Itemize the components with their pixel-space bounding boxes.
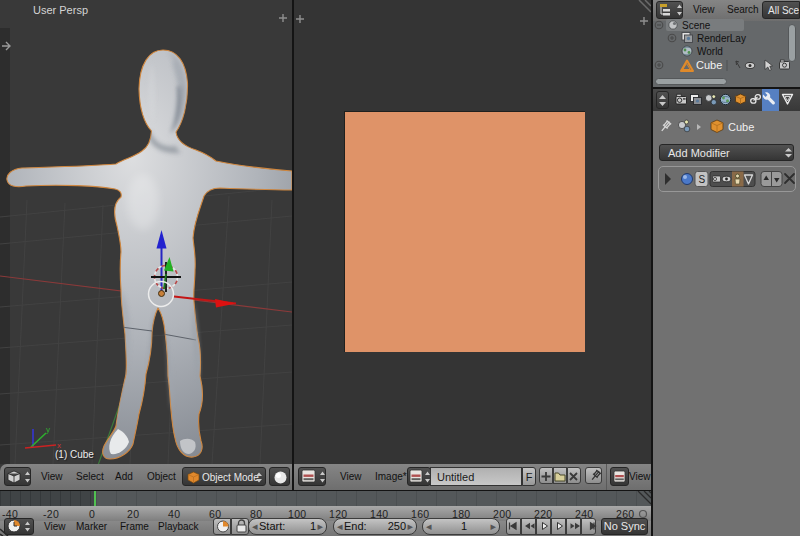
- svg-text:S: S: [699, 174, 706, 185]
- svg-text:y: y: [46, 425, 50, 434]
